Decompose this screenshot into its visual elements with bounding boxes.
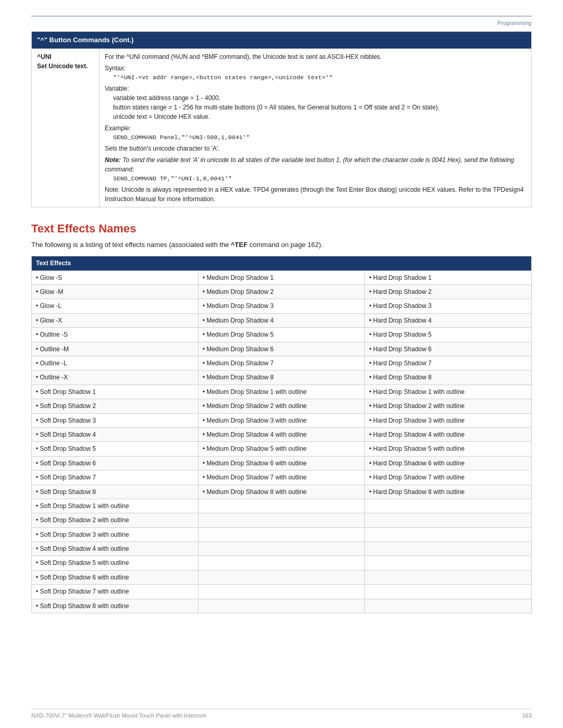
effects-cell: • Glow -X [32, 313, 199, 327]
effects-cell [198, 570, 365, 584]
effects-cell: • Medium Drop Shadow 8 with outline [198, 485, 365, 499]
table-row: • Soft Drop Shadow 2 with outline [32, 513, 532, 527]
effects-cell: • Hard Drop Shadow 4 with outline [365, 427, 532, 441]
effects-cell: • Hard Drop Shadow 3 [365, 299, 532, 313]
effects-cell: • Medium Drop Shadow 3 [198, 299, 365, 313]
programming-label: Programming [31, 20, 532, 26]
footer-right: 163 [522, 712, 532, 719]
effects-cell [198, 542, 365, 556]
intro-end: command on page 162). [250, 241, 323, 249]
effects-cell: • Medium Drop Shadow 3 with outline [198, 413, 365, 427]
table-row: • Soft Drop Shadow 4 with outline [32, 542, 532, 556]
note1: Sets the button's unicode character to '… [105, 144, 526, 153]
example-code: SEND_COMMAND Panel,"'^UNI-500,1,0041'" [113, 133, 526, 142]
table-row: • Soft Drop Shadow 1• Medium Drop Shadow… [32, 385, 532, 399]
table-row: • Glow -L• Medium Drop Shadow 3• Hard Dr… [32, 299, 532, 313]
effects-cell: • Hard Drop Shadow 8 [365, 371, 532, 385]
table-row: • Soft Drop Shadow 8• Medium Drop Shadow… [32, 485, 532, 499]
effects-cell: • Hard Drop Shadow 4 [365, 313, 532, 327]
var2: button states range = 1 - 256 for multi-… [113, 103, 526, 112]
effects-cell: • Hard Drop Shadow 1 with outline [365, 385, 532, 399]
effects-cell: • Soft Drop Shadow 7 with outline [32, 585, 199, 599]
effects-cell: • Hard Drop Shadow 7 [365, 356, 532, 370]
table-row: • Soft Drop Shadow 3• Medium Drop Shadow… [32, 413, 532, 427]
footer: NXD-700Vi 7" Modero® Wall/Flush Mount To… [31, 709, 532, 719]
cmd-right-col: For the ^UNI command (%UN and ^BMF comma… [100, 48, 532, 207]
cmd-left-col: ^UNI Set Unicode text. [32, 48, 100, 207]
effects-cell [198, 556, 365, 570]
table-row: • Outline -M• Medium Drop Shadow 6• Hard… [32, 342, 532, 356]
effects-cell: • Hard Drop Shadow 8 with outline [365, 485, 532, 499]
effects-table-header: Text Effects [32, 256, 532, 270]
effects-cell: • Soft Drop Shadow 4 [32, 427, 199, 441]
effects-cell: • Outline -L [32, 356, 199, 370]
section-title: Text Effects Names [31, 222, 532, 236]
effects-cell [198, 527, 365, 541]
effects-cell: • Outline -M [32, 342, 199, 356]
effects-cell: • Soft Drop Shadow 8 with outline [32, 599, 199, 613]
effects-cell: • Hard Drop Shadow 6 [365, 342, 532, 356]
effects-cell: • Medium Drop Shadow 5 [198, 328, 365, 342]
table-row: • Soft Drop Shadow 7 with outline [32, 585, 532, 599]
table-row: • Soft Drop Shadow 3 with outline [32, 527, 532, 541]
effects-cell [365, 556, 532, 570]
table-row: • Outline -L• Medium Drop Shadow 7• Hard… [32, 356, 532, 370]
effects-cell [198, 499, 365, 513]
note2-bold: Note: [105, 156, 121, 164]
effects-cell [365, 527, 532, 541]
effects-cell: • Outline -X [32, 371, 199, 385]
effects-cell: • Medium Drop Shadow 1 [198, 270, 365, 285]
table-row: • Outline -X• Medium Drop Shadow 8• Hard… [32, 371, 532, 385]
effects-cell: • Glow -S [32, 270, 199, 285]
table-row: • Glow -M• Medium Drop Shadow 2• Hard Dr… [32, 285, 532, 299]
effects-cell [365, 570, 532, 584]
table-row: • Soft Drop Shadow 2• Medium Drop Shadow… [32, 399, 532, 413]
effects-cell: • Hard Drop Shadow 1 [365, 270, 532, 285]
effects-cell: • Soft Drop Shadow 6 with outline [32, 570, 199, 584]
effects-cell: • Medium Drop Shadow 6 with outline [198, 456, 365, 470]
effects-cell: • Medium Drop Shadow 7 [198, 356, 365, 370]
effects-cell: • Soft Drop Shadow 6 [32, 456, 199, 470]
syntax-label: Syntax: [105, 64, 526, 73]
effects-cell: • Soft Drop Shadow 7 [32, 471, 199, 485]
effects-cell: • Medium Drop Shadow 1 with outline [198, 385, 365, 399]
effects-cell [198, 513, 365, 527]
effects-cell [365, 542, 532, 556]
effects-cell: • Medium Drop Shadow 2 with outline [198, 399, 365, 413]
effects-cell: • Soft Drop Shadow 8 [32, 485, 199, 499]
note3: Note: Unicode is always represented in a… [105, 185, 526, 204]
effects-cell: • Hard Drop Shadow 5 with outline [365, 442, 532, 456]
note2-text: To send the variable text 'A' in unicode… [105, 156, 514, 173]
table-row: • Soft Drop Shadow 5• Medium Drop Shadow… [32, 442, 532, 456]
table-row: • Soft Drop Shadow 5 with outline [32, 556, 532, 570]
table-row: • Soft Drop Shadow 7• Medium Drop Shadow… [32, 471, 532, 485]
effects-cell [365, 585, 532, 599]
cmd-table: "^" Button Commands (Cont.) ^UNI Set Uni… [31, 31, 532, 207]
effects-cell: • Soft Drop Shadow 1 [32, 385, 199, 399]
effects-cell: • Soft Drop Shadow 2 [32, 399, 199, 413]
effects-cell: • Glow -L [32, 299, 199, 313]
cmd-para1: For the ^UNI command (%UN and ^BMF comma… [105, 52, 526, 61]
effects-cell [365, 599, 532, 613]
effects-cell: • Soft Drop Shadow 3 with outline [32, 527, 199, 541]
var1: variable text address range = 1 - 4000. [113, 93, 526, 103]
table-row: • Glow -X• Medium Drop Shadow 4• Hard Dr… [32, 313, 532, 327]
effects-cell: • Medium Drop Shadow 6 [198, 342, 365, 356]
effects-table: Text Effects • Glow -S• Medium Drop Shad… [31, 256, 532, 613]
effects-cell [198, 585, 365, 599]
effects-cell: • Hard Drop Shadow 2 with outline [365, 399, 532, 413]
cmd-name: ^UNI [37, 52, 94, 61]
table-row: • Glow -S• Medium Drop Shadow 1• Hard Dr… [32, 270, 532, 285]
effects-cell [365, 513, 532, 527]
effects-cell: • Glow -M [32, 285, 199, 299]
footer-left: NXD-700Vi 7" Modero® Wall/Flush Mount To… [31, 712, 206, 719]
effects-cell: • Medium Drop Shadow 5 with outline [198, 442, 365, 456]
intro-cmd: ^TEF [231, 241, 248, 249]
effects-cell: • Soft Drop Shadow 5 with outline [32, 556, 199, 570]
syntax-code: "'^UNI-<vt addr range>,<button states ra… [113, 73, 526, 82]
effects-cell: • Hard Drop Shadow 5 [365, 328, 532, 342]
effects-cell [365, 499, 532, 513]
example-label: Example: [105, 124, 526, 133]
table-row: • Soft Drop Shadow 6 with outline [32, 570, 532, 584]
table-row: • Soft Drop Shadow 6• Medium Drop Shadow… [32, 456, 532, 470]
